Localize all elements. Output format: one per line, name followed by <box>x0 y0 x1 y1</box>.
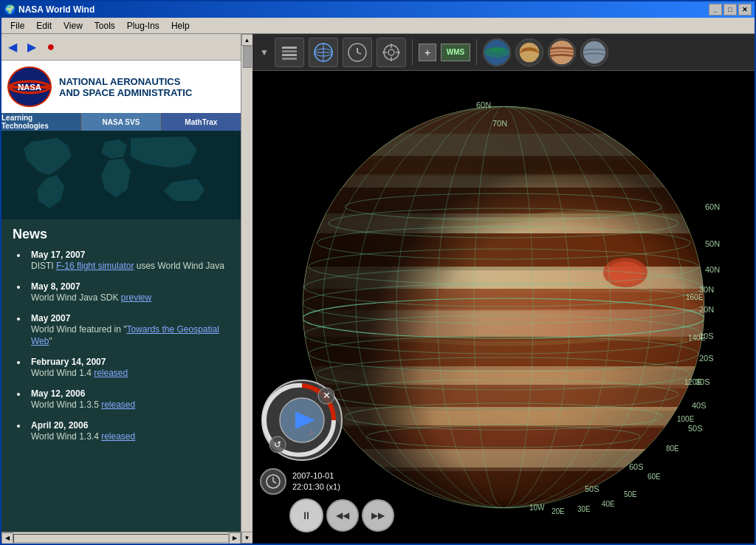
svg-text:50S: 50S <box>585 484 599 493</box>
svg-point-18 <box>388 49 394 55</box>
nasa-logo: NASA <box>7 66 52 107</box>
svg-text:160E: 160E <box>686 293 704 301</box>
compass-control[interactable]: ✕ ↺ <box>260 378 345 463</box>
svg-text:20E: 20E <box>551 507 565 515</box>
svg-text:40S: 40S <box>692 401 707 410</box>
panel-toggle[interactable]: ▼ <box>258 39 270 66</box>
toolbar-separator-2 <box>476 39 477 66</box>
menu-bar: File Edit View Tools Plug-Ins Help <box>1 18 755 34</box>
svg-rect-9 <box>282 58 297 60</box>
app-title: NASA World Wind <box>18 4 94 15</box>
v-scrollbar[interactable]: ▲ ▼ <box>241 34 252 544</box>
menu-file[interactable]: File <box>4 19 30 32</box>
v-scroll-thumb[interactable] <box>243 46 252 68</box>
news-section: News May 17, 2007 DISTI F-16 flight simu… <box>1 219 241 532</box>
news-link-4[interactable]: released <box>101 400 135 410</box>
time-display: 2007-10-01 22:01:30 (x1) <box>292 470 340 493</box>
menu-edit[interactable]: Edit <box>30 19 58 32</box>
news-item-4: May 12, 2006 World Wind 1.3.5 released <box>27 388 230 411</box>
h-scrollbar[interactable]: ◀ ▶ <box>1 532 241 544</box>
title-bar: 🌍 NASA World Wind _ □ ✕ <box>1 1 755 18</box>
v-scroll-down-button[interactable]: ▼ <box>241 532 253 544</box>
wms-button[interactable]: WMS <box>441 44 470 61</box>
menu-plugins[interactable]: Plug-Ins <box>121 19 165 32</box>
v-scroll-up-button[interactable]: ▲ <box>241 34 253 46</box>
v-scroll-track[interactable] <box>243 46 252 532</box>
small-planet-button[interactable] <box>580 38 608 66</box>
news-item-5: April 20, 2006 World Wind 1.3.4 released <box>27 420 230 443</box>
menu-view[interactable]: View <box>58 19 89 32</box>
playback-overlay: ✕ ↺ <box>260 378 394 532</box>
h-scroll-track[interactable] <box>13 534 229 543</box>
right-toolbar: ▼ <box>252 34 755 71</box>
svg-text:↺: ↺ <box>274 439 281 450</box>
menu-help[interactable]: Help <box>165 19 196 32</box>
target-button[interactable] <box>377 38 406 67</box>
clock-control-button[interactable] <box>260 468 286 495</box>
svg-text:60S: 60S <box>629 462 644 471</box>
svg-text:70N: 70N <box>492 119 507 128</box>
svg-text:60E: 60E <box>647 473 661 481</box>
svg-text:50S: 50S <box>688 424 703 433</box>
pause-button[interactable]: ⏸ <box>289 498 323 532</box>
fast-forward-button[interactable]: ▶▶ <box>362 499 394 532</box>
forward-button[interactable]: ▶ <box>24 39 40 55</box>
news-link-5[interactable]: released <box>101 431 135 442</box>
left-panel-container: ◀ ▶ ● NASA NATIONAL AE <box>1 34 252 544</box>
close-button[interactable]: ✕ <box>738 4 752 16</box>
tab-mathtrax[interactable]: MathTrax <box>162 113 241 131</box>
globe-container[interactable]: 60N 50N 40N 30N 20N 60N 70N 10S 20S 30S … <box>252 71 755 544</box>
svg-text:40E: 40E <box>602 500 615 508</box>
svg-text:120E: 120E <box>684 378 702 386</box>
svg-text:100E: 100E <box>677 415 695 423</box>
h-scroll-right[interactable]: ▶ <box>229 532 241 544</box>
svg-text:30E: 30E <box>577 505 591 513</box>
svg-rect-7 <box>282 50 297 52</box>
time-control-row: 2007-10-01 22:01:30 (x1) <box>260 468 394 495</box>
svg-line-105 <box>273 481 276 483</box>
tab-nasa-svs[interactable]: NASA SVS <box>81 113 161 131</box>
svg-point-25 <box>520 42 540 62</box>
globe-grid-button[interactable] <box>309 38 338 67</box>
svg-text:✕: ✕ <box>323 390 331 401</box>
svg-text:50N: 50N <box>705 239 720 248</box>
svg-text:80E: 80E <box>666 445 679 453</box>
news-item-0: May 17, 2007 DISTI F-16 flight simulator… <box>27 250 230 272</box>
earth-photo-button[interactable] <box>483 38 511 66</box>
back-button[interactable]: ◀ <box>4 39 21 55</box>
svg-text:NASA: NASA <box>18 82 42 91</box>
browser-toolbar: ◀ ▶ ● <box>1 34 241 61</box>
svg-point-0 <box>10 66 49 106</box>
news-link-0[interactable]: F-16 flight simulator <box>56 261 134 271</box>
menu-tools[interactable]: Tools <box>89 19 121 32</box>
svg-text:140E: 140E <box>688 334 706 342</box>
svg-point-27 <box>583 41 605 63</box>
news-heading: News <box>13 227 230 242</box>
planet-thumbnail-button[interactable] <box>548 38 576 66</box>
tab-learning-technologies[interactable]: Learning Technologies <box>1 113 81 131</box>
layers-button[interactable] <box>275 38 304 67</box>
add-layer-button[interactable]: + <box>419 44 436 61</box>
svg-rect-6 <box>282 47 297 49</box>
minimize-button[interactable]: _ <box>709 4 722 16</box>
nav-tabs: Learning Technologies NASA SVS MathTrax <box>1 113 241 131</box>
nasa-title-text: NATIONAL AERONAUTICS AND SPACE ADMINISTR… <box>59 76 192 98</box>
svg-text:20N: 20N <box>699 305 714 314</box>
svg-rect-8 <box>282 54 297 56</box>
saturn-button[interactable] <box>515 38 543 66</box>
stop-button[interactable]: ● <box>43 39 59 55</box>
clock-button[interactable] <box>343 38 372 67</box>
news-item-1: May 8, 2007 World Wind Java SDK preview <box>27 281 230 304</box>
news-link-1[interactable]: preview <box>121 292 151 303</box>
h-scroll-left[interactable]: ◀ <box>1 532 13 544</box>
news-link-3[interactable]: released <box>94 368 128 378</box>
app-title-icon: 🌍 <box>4 4 16 15</box>
playback-buttons: ⏸ ◀◀ ▶▶ <box>289 498 394 532</box>
app-window: 🌍 NASA World Wind _ □ ✕ File Edit View T… <box>0 0 756 545</box>
svg-point-3 <box>25 83 34 92</box>
left-panel: ◀ ▶ ● NASA NATIONAL AE <box>1 34 241 544</box>
rewind-button[interactable]: ◀◀ <box>326 499 359 532</box>
svg-text:60N: 60N <box>476 100 491 109</box>
maximize-button[interactable]: □ <box>724 4 737 16</box>
svg-text:20S: 20S <box>699 354 714 363</box>
